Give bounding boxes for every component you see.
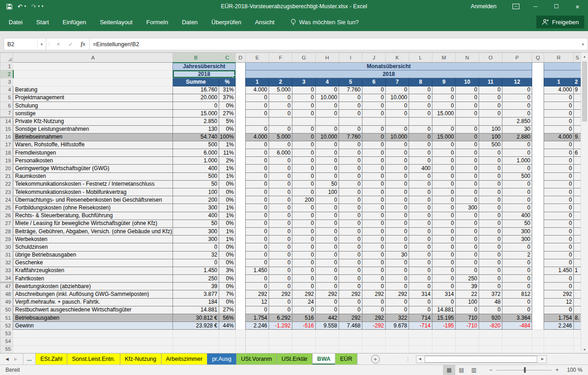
cell-O26[interactable]: 0 bbox=[479, 212, 502, 220]
cell-L22[interactable]: 0 bbox=[409, 180, 432, 188]
cell-B52[interactable]: 23.928 € bbox=[173, 322, 219, 330]
cell-N24[interactable]: 0 bbox=[456, 196, 479, 204]
cell-S33[interactable]: 1 bbox=[574, 267, 581, 274]
cell-B51[interactable]: 30.812 € bbox=[173, 314, 219, 322]
cell-N5[interactable]: 0 bbox=[456, 94, 479, 102]
cell-B25[interactable]: 300 bbox=[173, 204, 219, 212]
ribbon-tab-Überprüfen[interactable]: Überprüfen bbox=[205, 13, 248, 31]
cell-G24[interactable]: 200 bbox=[292, 196, 316, 204]
cell-month-header-7[interactable]: 7 bbox=[386, 78, 409, 86]
cell-I25[interactable]: 0 bbox=[339, 204, 362, 212]
cell-O31[interactable]: 0 bbox=[479, 251, 502, 259]
cell-G4[interactable]: 0 bbox=[292, 86, 316, 94]
cell-O24[interactable]: 0 bbox=[479, 196, 502, 204]
column-header-M[interactable]: M bbox=[432, 53, 456, 63]
cell-R5[interactable]: 0 bbox=[544, 94, 574, 102]
column-header-N[interactable]: N bbox=[456, 53, 479, 63]
cell-K55[interactable] bbox=[386, 345, 409, 353]
cell-N7[interactable]: 0 bbox=[456, 110, 479, 118]
cell-S28[interactable] bbox=[574, 227, 581, 235]
cell-I5[interactable]: 0 bbox=[339, 94, 362, 102]
cell-G48[interactable]: 292 bbox=[292, 290, 316, 298]
cell-G14[interactable] bbox=[292, 118, 316, 125]
cell-A1[interactable] bbox=[13, 63, 173, 70]
cell-R21[interactable]: 0 bbox=[544, 172, 574, 180]
cell-A48[interactable]: Abschreibungen (inkl. Auflösung GWG-Samm… bbox=[13, 290, 173, 298]
cell-K20[interactable]: 0 bbox=[386, 165, 409, 172]
cell-O32[interactable]: 0 bbox=[479, 259, 502, 267]
cell-O49[interactable]: 48 bbox=[479, 298, 502, 306]
row-header-55[interactable]: 55 bbox=[0, 345, 13, 353]
cell-H5[interactable]: 10.000 bbox=[316, 94, 339, 102]
cell-C4[interactable]: 31% bbox=[219, 86, 236, 94]
cell-G31[interactable]: 0 bbox=[292, 251, 316, 259]
cell-I14[interactable] bbox=[339, 118, 362, 125]
row-header-50[interactable]: 50 bbox=[0, 306, 13, 314]
cell-R53[interactable] bbox=[544, 330, 574, 338]
cell-L49[interactable]: 0 bbox=[409, 298, 432, 306]
cell-G53[interactable] bbox=[292, 330, 316, 338]
row-header-52[interactable]: 52 bbox=[0, 322, 13, 330]
cell-O14[interactable] bbox=[479, 118, 502, 125]
customize-qat-icon[interactable]: ▾ bbox=[42, 5, 43, 8]
cell-A21[interactable]: Raumkosten bbox=[13, 172, 173, 180]
row-header-49[interactable]: 49 bbox=[0, 298, 13, 306]
cell-B24[interactable]: 200 bbox=[173, 196, 219, 204]
cell-E29[interactable]: 0 bbox=[246, 236, 269, 243]
cell-pct-header[interactable]: % bbox=[219, 78, 236, 86]
cell-F23[interactable]: 0 bbox=[269, 188, 292, 196]
cell-R22[interactable]: 0 bbox=[544, 180, 574, 188]
cell-R31[interactable]: 0 bbox=[544, 251, 574, 259]
cell-B6[interactable]: 0 bbox=[173, 102, 219, 109]
cell-N6[interactable]: 0 bbox=[456, 102, 479, 109]
cell-L34[interactable]: 0 bbox=[409, 275, 432, 283]
column-header-K[interactable]: K bbox=[386, 53, 409, 63]
cell-B4[interactable]: 16.760 bbox=[173, 86, 219, 94]
row-header-20[interactable]: 20 bbox=[0, 165, 13, 172]
cell-K15[interactable]: 0 bbox=[386, 125, 409, 133]
cell-J6[interactable]: 0 bbox=[362, 102, 386, 109]
cell-O16[interactable]: 100 bbox=[479, 133, 502, 141]
cell-B19[interactable]: 1.000 bbox=[173, 157, 219, 165]
sheet-tab-ESt.Zahl[interactable]: ESt.Zahl bbox=[36, 354, 67, 364]
cell-O5[interactable]: 0 bbox=[479, 94, 502, 102]
row-header-18[interactable]: 18 bbox=[0, 149, 13, 157]
cell-F26[interactable]: 0 bbox=[269, 212, 292, 220]
cell-K49[interactable]: 0 bbox=[386, 298, 409, 306]
column-header-R[interactable]: R bbox=[544, 53, 574, 63]
cell-P15[interactable]: 30 bbox=[502, 125, 532, 133]
cell-cum-header-2[interactable]: 2 bbox=[574, 78, 581, 86]
sign-in-button[interactable]: Anmelden bbox=[461, 3, 507, 10]
cell-K33[interactable]: 0 bbox=[386, 267, 409, 274]
cell-K48[interactable]: 292 bbox=[386, 290, 409, 298]
cell-F53[interactable] bbox=[269, 330, 292, 338]
cell-K22[interactable]: 0 bbox=[386, 180, 409, 188]
cell-O33[interactable]: 0 bbox=[479, 267, 502, 274]
cell-B17[interactable]: 500 bbox=[173, 141, 219, 149]
cell-F14[interactable] bbox=[269, 118, 292, 125]
cell-I20[interactable]: 0 bbox=[339, 165, 362, 172]
cell-I26[interactable]: 0 bbox=[339, 212, 362, 220]
cell-C18[interactable]: 11% bbox=[219, 149, 236, 157]
column-header-I[interactable]: I bbox=[339, 53, 362, 63]
cell-S17[interactable] bbox=[574, 141, 581, 149]
cell-K51[interactable]: 322 bbox=[386, 314, 409, 322]
cell-A16[interactable]: Betriebseinnahmen bbox=[13, 133, 173, 141]
cell-I50[interactable]: 0 bbox=[339, 306, 362, 314]
cell-G29[interactable]: 0 bbox=[292, 236, 316, 243]
cell-C32[interactable]: 0% bbox=[219, 259, 236, 267]
cell-M20[interactable]: 0 bbox=[432, 165, 456, 172]
cell-L17[interactable]: 0 bbox=[409, 141, 432, 149]
cell-I6[interactable]: 0 bbox=[339, 102, 362, 109]
cell-H7[interactable]: 0 bbox=[316, 110, 339, 118]
cell-A32[interactable]: Geschenke bbox=[13, 259, 173, 267]
cell-O23[interactable]: 0 bbox=[479, 188, 502, 196]
cell-M52[interactable]: -195 bbox=[432, 322, 456, 330]
cell-S55[interactable] bbox=[574, 345, 581, 353]
cell-N27[interactable]: 0 bbox=[456, 220, 479, 227]
scroll-down-icon[interactable]: ▼ bbox=[581, 346, 588, 353]
cell-E17[interactable]: 0 bbox=[246, 141, 269, 149]
cell-C51[interactable]: 56% bbox=[219, 314, 236, 322]
cell-F18[interactable]: 6.000 bbox=[269, 149, 292, 157]
cell-C55[interactable] bbox=[219, 345, 236, 353]
